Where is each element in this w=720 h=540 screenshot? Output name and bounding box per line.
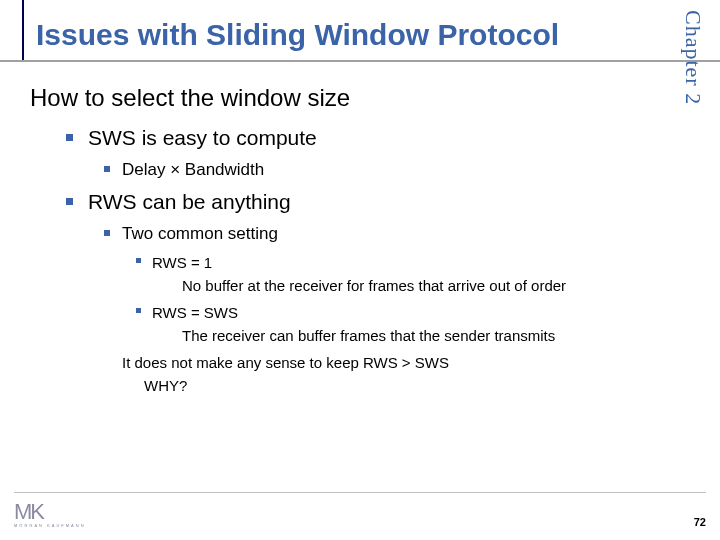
section-heading: How to select the window size (30, 84, 650, 112)
bullet-text: Two common setting (122, 224, 278, 243)
bullet-text: RWS = SWS (152, 304, 238, 321)
list-item: SWS is easy to compute Delay × Bandwidth (88, 126, 650, 180)
title-accent-vertical (0, 0, 24, 60)
content-area: How to select the window size SWS is eas… (0, 60, 720, 394)
bullet-text: Delay × Bandwidth (122, 160, 264, 179)
bullet-text: SWS is easy to compute (88, 126, 317, 149)
note-text: It does not make any sense to keep RWS >… (122, 352, 650, 373)
logo-subtext: MORGAN KAUFMANN (14, 523, 86, 528)
publisher-logo: MK MORGAN KAUFMANN (14, 499, 86, 528)
title-bar: Issues with Sliding Window Protocol (0, 0, 720, 60)
bullet-desc: The receiver can buffer frames that the … (182, 325, 650, 346)
list-item: RWS = 1 No buffer at the receiver for fr… (152, 252, 650, 296)
list-item: RWS = SWS The receiver can buffer frames… (152, 302, 650, 346)
list-item: RWS can be anything Two common setting R… (88, 190, 650, 394)
footer: MK MORGAN KAUFMANN 72 (14, 492, 706, 528)
bullet-text: RWS = 1 (152, 254, 212, 271)
list-item: Delay × Bandwidth (122, 160, 650, 180)
why-text: WHY? (144, 377, 650, 394)
logo-mark: MK (14, 499, 43, 525)
bullet-desc: No buffer at the receiver for frames tha… (182, 275, 650, 296)
slide-title: Issues with Sliding Window Protocol (36, 18, 720, 52)
bullet-list: SWS is easy to compute Delay × Bandwidth… (88, 126, 650, 394)
title-accent-horizontal (0, 60, 720, 62)
slide: Chapter 2 Issues with Sliding Window Pro… (0, 0, 720, 540)
bullet-text: RWS can be anything (88, 190, 291, 213)
list-item: Two common setting RWS = 1 No buffer at … (122, 224, 650, 394)
page-number: 72 (694, 516, 706, 528)
